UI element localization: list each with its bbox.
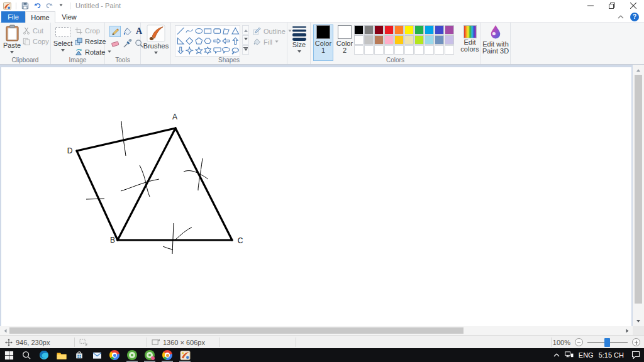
vertical-scrollbar[interactable] [633,65,644,326]
help-icon[interactable]: ? [630,13,639,21]
shape-star-4[interactable] [186,46,194,55]
vertical-scroll-thumb[interactable] [635,75,642,304]
horizontal-scrollbar[interactable] [0,326,633,335]
redo-button[interactable] [44,1,54,11]
shapes-scroll-down-button[interactable] [242,35,249,45]
shape-arrow-up[interactable] [231,36,240,46]
shape-diamond[interactable] [186,36,194,46]
save-button[interactable] [20,1,30,11]
paint-canvas[interactable]: ADBC [1,67,631,326]
edit-colors-button[interactable]: Edit colors [460,25,479,53]
tab-home[interactable]: Home [25,11,55,23]
restore-button[interactable] [601,0,623,11]
shape-star-6[interactable] [204,46,213,55]
shape-callout-rounded[interactable] [213,46,221,55]
palette-color-c8bfe7[interactable] [445,35,454,45]
shape-arrow-right[interactable] [213,36,221,46]
scroll-right-arrow[interactable] [624,326,633,335]
shape-polygon[interactable] [222,26,231,36]
edit-with-paint3d-button[interactable]: Edit with Paint 3D [481,25,510,55]
shape-right-triangle[interactable] [176,36,185,46]
paint-taskbar-button[interactable] [176,348,194,362]
shape-rounded-rectangle[interactable] [213,26,221,36]
start-taskbar-button[interactable] [0,348,18,362]
palette-color-b97a57[interactable] [374,35,384,45]
palette-color-c3c3c3[interactable] [364,35,374,45]
action-center-icon[interactable] [631,351,640,360]
fill-tool[interactable] [121,26,133,37]
paste-button[interactable]: Paste [3,25,21,55]
search-taskbar-button[interactable] [18,348,35,362]
fill-shape-button[interactable]: Fill [253,37,279,47]
palette-color-00a2e8[interactable] [425,25,434,35]
brushes-button[interactable]: Brushes [142,25,170,56]
cut-button[interactable]: Cut [23,26,43,35]
collapse-ribbon-icon[interactable] [618,13,624,21]
tab-view[interactable]: View [55,11,83,23]
horizontal-scroll-thumb[interactable] [9,327,464,334]
minimize-button[interactable] [580,0,601,11]
tab-file[interactable]: File [1,11,25,23]
shape-hexagon[interactable] [204,36,213,46]
zoom-slider-track[interactable] [587,342,628,343]
palette-color-3f48cc[interactable] [435,25,444,35]
resize-button[interactable]: Resize [75,36,106,46]
zoom-slider-thumb[interactable] [604,338,610,347]
crop-button[interactable]: Crop [75,26,100,35]
shape-arrow-down[interactable] [176,46,185,55]
file-explorer-taskbar-button[interactable] [53,348,70,362]
pencil-tool[interactable] [109,26,121,37]
palette-color-ffc90e[interactable] [394,35,404,45]
shape-arrow-left[interactable] [222,36,231,46]
color2-button[interactable]: Color 2 [335,25,355,61]
mail-taskbar-button[interactable] [88,348,106,362]
size-button[interactable]: Size [289,25,309,55]
close-button[interactable] [623,0,644,11]
scroll-down-arrow[interactable] [633,317,644,326]
store-taskbar-button[interactable] [70,348,88,362]
color1-button[interactable]: Color 1 [313,25,333,61]
coccoc-browser-taskbar-button[interactable] [123,348,141,362]
palette-color-ffffff[interactable] [354,35,364,45]
chrome-taskbar-button[interactable] [106,348,123,362]
zoom-in-button[interactable] [632,338,640,346]
palette-color-99d9ea[interactable] [425,35,434,45]
palette-color-880015[interactable] [374,25,384,35]
shape-star-5[interactable] [194,46,203,55]
customize-quick-access-button[interactable] [56,1,66,11]
chrome-profile-taskbar-button[interactable] [158,348,176,362]
shape-callout-oval[interactable] [222,46,231,55]
shape-line[interactable] [176,26,185,36]
palette-color-7f7f7f[interactable] [364,25,374,35]
outline-button[interactable]: Outline [253,26,292,36]
shapes-more-button[interactable] [242,45,249,55]
shape-callout-cloud[interactable] [231,46,240,55]
zoom-out-button[interactable] [575,338,583,346]
color-picker-tool[interactable] [121,38,133,49]
shape-pentagon[interactable] [194,36,203,46]
eraser-tool[interactable] [109,38,121,49]
shape-curve[interactable] [186,26,194,36]
select-button[interactable]: Select [53,25,73,53]
language-indicator[interactable]: ENG [579,351,594,359]
tray-chevron-up-icon[interactable] [553,351,560,359]
shapes-scroll-up-button[interactable] [242,25,249,35]
copy-button[interactable]: Copy [23,36,49,46]
coccoc-browser-2-taskbar-button[interactable] [141,348,158,362]
shape-oval[interactable] [194,26,203,36]
palette-color-fff200[interactable] [404,25,414,35]
shape-rectangle[interactable] [204,26,213,36]
palette-color-a349a4[interactable] [445,25,454,35]
palette-color-efe4b0[interactable] [404,35,414,45]
scroll-up-arrow[interactable] [633,65,644,74]
palette-color-ffaec9[interactable] [384,35,394,45]
edge-taskbar-button[interactable] [35,348,53,362]
network-icon[interactable] [565,351,574,359]
palette-color-ed1c24[interactable] [384,25,394,35]
undo-button[interactable] [32,1,42,11]
palette-color-22b14c[interactable] [414,25,424,35]
palette-color-b5e61d[interactable] [414,35,424,45]
palette-color-7092be[interactable] [435,35,444,45]
shape-triangle[interactable] [231,26,240,36]
palette-color-ff7f27[interactable] [394,25,404,35]
